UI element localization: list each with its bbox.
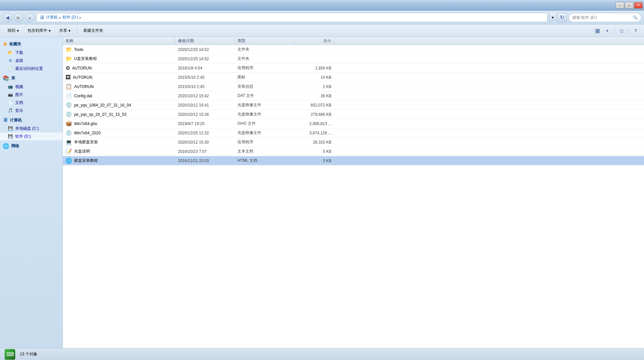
col-header-name[interactable]: 名称 [63, 37, 175, 45]
favorites-header[interactable]: ★ 收藏夹 [0, 40, 63, 49]
file-date-cell: 2015/5/10 2:45 [175, 75, 235, 80]
minimize-button[interactable]: － [616, 2, 624, 9]
file-name-cell: 📦 Win7x64.gho [63, 120, 175, 127]
forward-button[interactable]: ▶ [14, 13, 23, 22]
archive-button[interactable]: 包含到库中 ▾ [24, 26, 54, 35]
file-type-cell: 文件夹 [235, 47, 294, 52]
file-size-cell: 3,874,126 ... [294, 131, 334, 135]
file-icon: 📝 [65, 148, 72, 155]
breadcrumb-sep-1: ▸ [59, 15, 61, 20]
network-header[interactable]: 🌐 网络 [0, 142, 63, 151]
table-row[interactable]: 💿 pe_yqs_xp_20_07_31_15_53 2020/10/12 15… [63, 110, 644, 119]
preview-pane-button[interactable]: ◫ [617, 26, 626, 35]
file-name-cell: 💿 pe_yqs_xp_20_07_31_15_53 [63, 111, 175, 117]
col-header-date[interactable]: 修改日期 [175, 37, 235, 45]
d-drive-icon: 💾 [7, 133, 13, 139]
close-button[interactable]: ✕ [634, 2, 643, 9]
file-date-cell: 2016/11/21 22:03 [175, 158, 235, 163]
breadcrumb-computer[interactable]: 计算机 [46, 15, 58, 20]
table-row[interactable]: 📁 U盘安装教程 2020/12/25 14:52 文件夹 [63, 54, 644, 64]
picture-icon: 📷 [7, 92, 13, 98]
toolbar-right: ▦ ▾ ◫ ? [593, 26, 640, 35]
computer-section: 🖥 计算机 💾 本地磁盘 (C:) 💾 软件 (D:) [0, 116, 63, 140]
file-icon: 💿 [65, 111, 72, 117]
file-type-cell: 安装信息 [235, 84, 294, 89]
table-row[interactable]: 🌐 硬盘安装教程 2016/11/21 22:03 HTML 文档 3 KB [63, 156, 644, 165]
sidebar-item-video[interactable]: 📺 视频 [0, 83, 63, 91]
sidebar-item-music[interactable]: 🎵 音乐 [0, 107, 63, 114]
file-icon: 📦 [65, 120, 72, 127]
table-row[interactable]: 📋 AUTORUN 2015/5/10 2:45 安装信息 1 KB [63, 82, 644, 91]
computer-icon: 🖥 [39, 15, 45, 21]
file-size-cell: 2,900,813 ... [294, 121, 334, 126]
up-button[interactable]: ▲ [25, 13, 34, 22]
file-size-cell: 1 KB [294, 84, 334, 89]
sidebar-item-recent[interactable]: 🕑 最近访问的位置 [0, 65, 63, 72]
file-name-cell: 🌐 硬盘安装教程 [63, 158, 175, 164]
address-bar: ◀ ▶ ▲ 🖥 计算机 ▸ 软件 (D:) ▸ ▾ ↻ 🔍 [0, 11, 644, 24]
file-date-cell: 2016/1/8 4:54 [175, 66, 235, 70]
file-icon: ⚙ [65, 65, 70, 71]
file-list-container: 名称 修改日期 类型 大小 📁 Tools 2020/12/25 14:52 文… [63, 37, 644, 348]
search-bar: 🔍 [569, 13, 641, 22]
table-row[interactable]: ⚙ AUTORUN 2016/1/8 4:54 应用程序 1,926 KB [63, 64, 644, 73]
library-header[interactable]: 📚 库 [0, 74, 63, 83]
table-row[interactable]: 💿 Win7x64_2020 2020/12/25 11:32 光盘映像文件 3… [63, 128, 644, 138]
table-row[interactable]: 📄 Config.dat 2020/10/12 15:42 DAT 文件 36 … [63, 91, 644, 101]
back-button[interactable]: ◀ [3, 13, 12, 22]
organize-button[interactable]: 组织 ▾ [4, 26, 22, 35]
share-dropdown-icon: ▾ [68, 28, 70, 33]
view-dropdown-button[interactable]: ▾ [603, 26, 612, 35]
table-row[interactable]: 📝 光盘说明 2016/10/23 7:07 文本文档 5 KB [63, 147, 644, 156]
file-date-cell: 2020/10/12 15:42 [175, 94, 235, 98]
breadcrumb-drive[interactable]: 软件 (D:) [63, 15, 78, 20]
toolbar-sep-3 [628, 27, 629, 34]
table-row[interactable]: 📦 Win7x64.gho 2019/9/7 19:25 GHO 文件 2,90… [63, 119, 644, 128]
file-date-cell: 2015/5/10 2:45 [175, 84, 235, 89]
sidebar-item-picture[interactable]: 📷 图片 [0, 91, 63, 99]
file-name-cell: 📋 AUTORUN [63, 83, 175, 90]
document-icon: 📄 [7, 100, 13, 106]
table-row[interactable]: 💻 本地硬盘安装 2020/10/12 15:30 应用程序 28,315 KB [63, 138, 644, 147]
maximize-button[interactable]: □ [625, 2, 633, 9]
desktop-icon: 🖥 [7, 58, 13, 64]
computer-header[interactable]: 🖥 计算机 [0, 116, 63, 124]
favorites-section: ★ 收藏夹 📂 下载 🖥 桌面 🕑 最近访问的位置 [0, 40, 63, 72]
col-header-size[interactable]: 大小 [294, 37, 334, 45]
breadcrumb-dropdown[interactable]: ▾ [549, 13, 555, 22]
sidebar-item-desktop[interactable]: 🖥 桌面 [0, 57, 63, 65]
main-layout: ★ 收藏夹 📂 下载 🖥 桌面 🕑 最近访问的位置 📚 库 [0, 37, 644, 348]
search-icon[interactable]: 🔍 [633, 15, 638, 20]
file-name-cell: 📁 U盘安装教程 [63, 56, 175, 62]
help-button[interactable]: ? [631, 26, 640, 35]
table-row[interactable]: 💿 pe_yqs_1064_20_07_31_16_04 2020/10/12 … [63, 101, 644, 110]
file-name-cell: ⚙ AUTORUN [63, 65, 175, 71]
file-type-cell: 光盘映像文件 [235, 102, 294, 108]
sidebar-item-download[interactable]: 📂 下载 [0, 49, 63, 57]
library-section: 📚 库 📺 视频 📷 图片 📄 文档 🎵 音乐 [0, 74, 63, 114]
file-type-cell: 应用程序 [235, 139, 294, 145]
table-row[interactable]: 📁 Tools 2020/12/25 14:52 文件夹 [63, 45, 644, 54]
refresh-button[interactable]: ↻ [557, 13, 567, 22]
file-date-cell: 2020/12/25 14:52 [175, 57, 235, 61]
sidebar-item-c-drive[interactable]: 💾 本地磁盘 (C:) [0, 124, 63, 132]
file-name-cell: 📁 Tools [63, 46, 175, 53]
file-list-header: 名称 修改日期 类型 大小 [63, 37, 644, 45]
search-input[interactable] [572, 15, 631, 20]
file-date-cell: 2019/9/7 19:25 [175, 121, 235, 126]
computer-sidebar-icon: 🖥 [3, 117, 8, 123]
sidebar-item-document[interactable]: 📄 文档 [0, 99, 63, 107]
file-size-cell: 5 KB [294, 149, 334, 154]
col-header-type[interactable]: 类型 [235, 37, 294, 45]
file-size-cell: 28,315 KB [294, 140, 334, 145]
share-button[interactable]: 共享 ▾ [56, 26, 74, 35]
sidebar-item-d-drive[interactable]: 💾 软件 (D:) [0, 132, 63, 140]
file-icon: 📁 [65, 46, 72, 53]
c-drive-icon: 💾 [7, 125, 13, 131]
view-toggle-button[interactable]: ▦ [593, 26, 602, 35]
file-icon: 💻 [65, 139, 72, 145]
music-icon: 🎵 [7, 108, 13, 113]
new-folder-button[interactable]: 新建文件夹 [80, 26, 107, 35]
file-date-cell: 2020/12/25 14:52 [175, 47, 235, 52]
table-row[interactable]: 🖼 AUTORUN 2015/5/10 2:45 图标 10 KB [63, 73, 644, 82]
